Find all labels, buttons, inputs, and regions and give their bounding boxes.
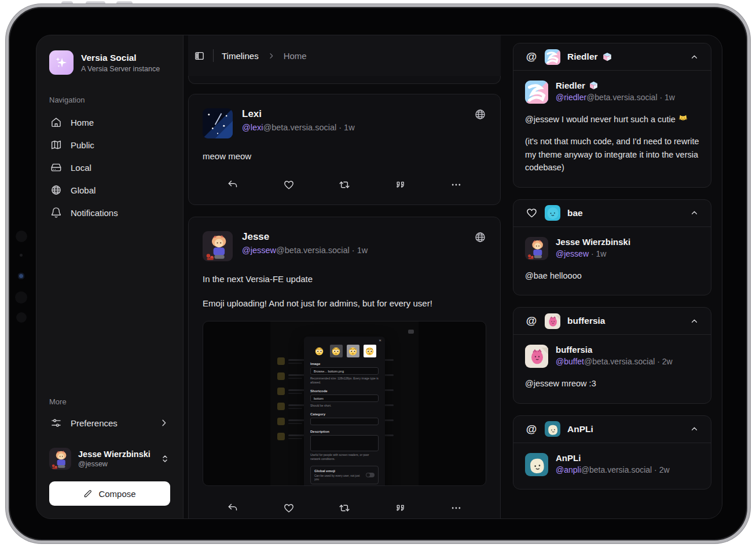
file-input[interactable]: Browse... bottom.png bbox=[310, 367, 379, 375]
boost-button[interactable] bbox=[339, 179, 350, 191]
sidebar-item-label: Local bbox=[71, 163, 91, 173]
image-label: Image bbox=[310, 362, 379, 366]
preferences-label: Preferences bbox=[71, 418, 118, 428]
like-button[interactable] bbox=[283, 179, 295, 191]
notification-header[interactable]: @ buffersia bbox=[513, 308, 711, 335]
account-switcher[interactable]: Jesse Wierzbinski @jessew bbox=[49, 448, 170, 470]
collapse-button[interactable] bbox=[689, 52, 699, 62]
collapse-button[interactable] bbox=[689, 208, 699, 218]
sidebar-item-preferences[interactable]: Preferences bbox=[49, 412, 170, 434]
category-input[interactable] bbox=[310, 418, 379, 425]
avatar bbox=[545, 205, 560, 221]
post-attachment-image[interactable]: × Image Browse... bottom.png Recommended bbox=[203, 321, 486, 486]
post-time: · 1w bbox=[339, 123, 354, 132]
post-card-jesse[interactable]: Jesse @jessew@beta.versia.social · 1w In… bbox=[188, 217, 501, 519]
bezel-sensor bbox=[16, 231, 27, 242]
sidebar-item-notifications[interactable]: Notifications bbox=[49, 202, 170, 223]
close-icon[interactable]: × bbox=[379, 338, 381, 343]
mention-at-icon: @ bbox=[525, 315, 538, 327]
category-label: Category bbox=[310, 412, 379, 416]
bell-icon bbox=[50, 207, 62, 218]
compose-button[interactable]: Compose bbox=[49, 481, 170, 506]
emoji-preview-lightgray bbox=[347, 345, 359, 357]
post-card-lexi[interactable]: Lexi @lexi@beta.versia.social · 1w meow … bbox=[188, 94, 501, 205]
timeline-column: Timelines Home Lexi @lexi@beta.versia.so… bbox=[184, 35, 505, 518]
sidebar-toggle-icon[interactable] bbox=[194, 50, 205, 61]
notification-card-buffersia[interactable]: @ buffersia buffersia @buffet@beta.versi… bbox=[513, 307, 711, 403]
post-author-name[interactable]: Riedler bbox=[556, 81, 585, 90]
notification-title: bae bbox=[567, 208, 583, 218]
post-author-name[interactable]: Jesse Wierzbinski bbox=[556, 237, 630, 247]
post-author-name[interactable]: buffersia bbox=[556, 345, 592, 355]
versia-app-window: Versia Social A Versia Server instance N… bbox=[36, 35, 722, 519]
description-help: Useful for people with screen readers, o… bbox=[310, 453, 379, 461]
emoji-preview-gray bbox=[330, 345, 343, 357]
description-textarea[interactable] bbox=[310, 435, 379, 451]
brand-tagline: A Versia Server instance bbox=[81, 65, 160, 73]
post-text: @bae helloooo bbox=[525, 269, 699, 282]
global-emoji-toggle[interactable] bbox=[366, 473, 375, 477]
more-button[interactable] bbox=[450, 179, 462, 191]
collapse-button[interactable] bbox=[689, 424, 699, 434]
sidebar-item-label: Global bbox=[71, 185, 96, 195]
post-time: · 1w bbox=[352, 246, 368, 255]
avatar[interactable] bbox=[525, 345, 548, 368]
post-author-handle: @jessew · 1w bbox=[556, 249, 630, 258]
sidebar-item-global[interactable]: Global bbox=[49, 180, 170, 200]
map-icon bbox=[50, 139, 62, 151]
nav-section-label: Navigation bbox=[49, 96, 170, 104]
sidebar-item-public[interactable]: Public bbox=[49, 134, 170, 155]
emoji-preview-row bbox=[310, 345, 379, 357]
collapse-button[interactable] bbox=[689, 316, 699, 326]
shortcode-label: Shortcode bbox=[310, 389, 379, 393]
notification-header[interactable]: bae bbox=[513, 200, 711, 227]
global-emoji-label: Global emoji bbox=[314, 469, 362, 473]
quote-button[interactable] bbox=[395, 179, 406, 191]
quote-button[interactable] bbox=[395, 502, 406, 514]
notifications-column: @ Riedler Riedler @riedler@beta.versia.s… bbox=[505, 35, 722, 518]
breadcrumb-timelines[interactable]: Timelines bbox=[222, 51, 259, 61]
post-author-handle: @lexi@beta.versia.social · 1w bbox=[242, 123, 355, 132]
sidebar-item-local[interactable]: Local bbox=[49, 157, 170, 178]
avatar[interactable] bbox=[203, 231, 233, 261]
notification-title: Riedler bbox=[567, 52, 598, 62]
boost-button[interactable] bbox=[339, 502, 350, 514]
sidebar-item-label: Public bbox=[71, 140, 94, 150]
sliders-icon bbox=[50, 417, 62, 429]
sidebar-item-home[interactable]: Home bbox=[49, 112, 170, 133]
avatar[interactable] bbox=[525, 81, 548, 104]
notification-header[interactable]: @ AnPLi bbox=[513, 416, 711, 443]
like-button[interactable] bbox=[283, 502, 295, 514]
image-help: Recommended size: 128x128px. Every image… bbox=[310, 377, 379, 385]
post-actions bbox=[203, 502, 486, 514]
notification-card-bae[interactable]: bae Jesse Wierzbinski @jessew · 1w bbox=[513, 199, 711, 295]
account-handle: @jessew bbox=[78, 460, 151, 468]
post-text: Emoji uploading! And not just for admins… bbox=[203, 297, 486, 310]
avatar bbox=[545, 49, 560, 65]
breadcrumb-chevron-icon bbox=[267, 52, 276, 60]
post-author-name[interactable]: Lexi bbox=[242, 108, 355, 120]
chevron-right-icon bbox=[159, 418, 169, 428]
avatar[interactable] bbox=[203, 108, 233, 138]
notification-card-riedler[interactable]: @ Riedler Riedler @riedler@beta.versia.s… bbox=[513, 43, 711, 188]
more-section-label: More bbox=[49, 397, 170, 406]
avatar[interactable] bbox=[525, 237, 548, 260]
notification-header[interactable]: @ Riedler bbox=[513, 43, 711, 71]
compose-label: Compose bbox=[98, 489, 135, 499]
brand[interactable]: Versia Social A Versia Server instance bbox=[49, 50, 170, 75]
global-emoji-help: Can be used by every user, not just you bbox=[314, 474, 362, 481]
screenshot-ghost-button bbox=[408, 330, 414, 334]
notification-card-anpli[interactable]: @ AnPLi AnPLi @anpli@beta.versia.social … bbox=[513, 415, 711, 489]
post-author-name[interactable]: Jesse bbox=[242, 231, 368, 243]
shortcode-input[interactable]: bottom bbox=[310, 394, 379, 402]
account-name: Jesse Wierzbinski bbox=[78, 450, 151, 459]
pleading-face-emoji bbox=[348, 346, 358, 356]
more-button[interactable] bbox=[450, 502, 462, 514]
reply-button[interactable] bbox=[227, 502, 238, 514]
avatar[interactable] bbox=[525, 453, 548, 476]
post-author-name[interactable]: AnPLi bbox=[556, 453, 581, 463]
post-text: (it's not that much code, and I'd need t… bbox=[525, 135, 699, 174]
trans-cube-emoji bbox=[589, 81, 599, 90]
previous-post-card-partial[interactable] bbox=[188, 76, 501, 84]
reply-button[interactable] bbox=[227, 179, 238, 191]
